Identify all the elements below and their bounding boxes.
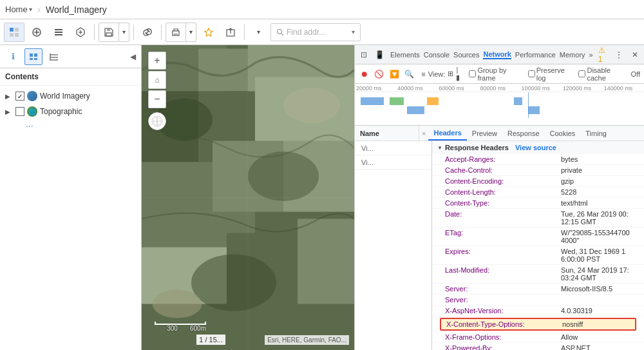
disable-cache-checkbox[interactable] (578, 70, 585, 77)
add-layer-button[interactable] (27, 23, 46, 41)
network-items-list: Vi... Vi... (355, 141, 432, 350)
tab-info[interactable]: ℹ (4, 48, 22, 65)
tl-bar-5 (514, 97, 522, 105)
home-label: Home (5, 5, 28, 14)
more-button[interactable]: ▾ (249, 23, 268, 41)
find-address-arrow: ▾ (352, 28, 355, 35)
header-row: Content-Length:5228 (432, 187, 644, 198)
devtools-warning-icon[interactable]: ⚠ 1 (598, 48, 609, 61)
tab-performance[interactable]: Performance (515, 51, 556, 59)
header-row: X-Powered-By:ASP.NET (432, 343, 644, 350)
svg-point-45 (283, 88, 340, 123)
cookies-tab[interactable]: Cookies (545, 126, 581, 141)
tab-contents[interactable] (24, 48, 43, 65)
triangle-icon: ▼ (437, 145, 442, 151)
header-value: Allow (561, 333, 631, 341)
home-extent-button[interactable]: ⌂ (148, 71, 166, 89)
zoom-in-button[interactable]: + (148, 52, 166, 70)
save-dropdown-button[interactable]: ▾ (118, 23, 129, 41)
svg-point-44 (191, 255, 276, 311)
layer-expand-icon[interactable]: ▶ (5, 93, 13, 100)
header-row: Content-Type:text/html (432, 198, 644, 209)
tl-label-40: 40000 ms (396, 85, 437, 92)
header-value: 4.0.30319 (561, 307, 631, 315)
view-bar-icon[interactable]: |▮ (456, 66, 460, 82)
layer-expand-icon-topo[interactable]: ▶ (5, 108, 13, 115)
tab-memory[interactable]: Memory (560, 51, 585, 59)
share-button[interactable] (221, 23, 240, 41)
collapse-panel-button[interactable]: ◀ (128, 48, 137, 65)
devtools-panel: ⊡ 📱 Elements Console Sources Network Per… (354, 45, 644, 350)
tab-table[interactable] (45, 48, 63, 65)
network-item-2[interactable]: Vi... (355, 155, 431, 170)
devtools-phone-icon[interactable]: 📱 (374, 48, 384, 61)
tab-network[interactable]: Network (483, 50, 511, 59)
devtools-more-icon[interactable]: ⋮ (614, 48, 624, 61)
tl-label-100: 100000 ms (520, 85, 562, 92)
toolbar-divider-2 (133, 24, 134, 40)
tab-sources[interactable]: Sources (453, 51, 479, 59)
view-controls: ≡ View: ⊞ |▮ (421, 66, 460, 82)
map-area[interactable]: + ⌂ − 300 600m Esri, HERE, Garmin, FAO..… (142, 45, 354, 350)
tab-more[interactable]: » (589, 51, 593, 59)
layer-checkbox-world[interactable]: ✓ (15, 92, 24, 101)
tab-elements[interactable]: Elements (390, 51, 420, 59)
layer-list-button[interactable] (49, 23, 68, 41)
header-row: X-Frame-Options:Allow (432, 332, 644, 343)
view-toggle-group (4, 23, 24, 42)
header-name: Date: (445, 210, 561, 226)
layer-item-topographic[interactable]: ▶ 🌐 Topographic (0, 104, 141, 119)
network-content: Vi... Vi... ▼ Response Headers View sour… (355, 141, 644, 350)
find-address-button[interactable]: Find addr... ▾ (270, 23, 361, 41)
filter-button[interactable]: 🔽 (389, 68, 400, 81)
svg-rect-1 (15, 28, 19, 32)
name-tab[interactable]: Name (355, 126, 419, 141)
clear-button[interactable]: 🚫 (374, 68, 384, 81)
network-item-1[interactable]: Vi... (355, 141, 431, 155)
scale-label-300: 300 (167, 325, 178, 332)
header-row: Expires:Wed, 31 Dec 1969 16:00:00 PST (432, 246, 644, 265)
map-view-button[interactable] (5, 23, 24, 41)
response-headers-title[interactable]: ▼ Response Headers View source (432, 141, 644, 154)
print-dropdown-button[interactable]: ▾ (185, 23, 196, 41)
svg-rect-41 (298, 219, 354, 304)
preview-tab[interactable]: Preview (467, 126, 502, 141)
header-name: X-Frame-Options: (445, 333, 561, 341)
view-source-link[interactable]: View source (515, 144, 556, 151)
svg-rect-0 (10, 28, 14, 32)
timeline-labels: 20000 ms 40000 ms 60000 ms 80000 ms 1000… (355, 84, 644, 92)
search-button[interactable]: 🔍 (404, 68, 415, 81)
preserve-log-checkbox[interactable] (528, 70, 535, 77)
header-name: X-Powered-By: (445, 344, 561, 350)
bookmark-button[interactable] (199, 23, 218, 41)
record-button[interactable]: ⏺ (359, 68, 370, 81)
devtools-cursor-icon[interactable]: ⊡ (359, 48, 369, 61)
headers-tab[interactable]: Headers (428, 126, 466, 141)
tl-label-140: 140000 ms (603, 85, 644, 92)
view-grid-icon[interactable]: ⊞ (448, 70, 453, 78)
timing-tab[interactable]: Timing (580, 126, 612, 141)
header-row: X-AspNet-Version:4.0.30319 (432, 306, 644, 316)
layer-item-world-imagery[interactable]: ▶ ✓ World Imagery (0, 88, 141, 104)
tl-bar-6 (528, 106, 540, 114)
preserve-log-label: Preserve log (536, 66, 570, 82)
compass-button[interactable] (148, 112, 166, 130)
zoom-out-button[interactable]: − (148, 90, 166, 108)
layer-checkbox-topo[interactable] (15, 107, 24, 116)
print-button[interactable] (166, 23, 185, 41)
link-button[interactable] (138, 23, 157, 41)
toolbar-divider-3 (161, 24, 162, 40)
map-background (142, 45, 354, 350)
item-1-label: Vi... (359, 143, 376, 153)
header-row: Cache-Control:private (432, 165, 644, 176)
close-tab-btn[interactable]: × (419, 130, 428, 137)
tab-console[interactable]: Console (424, 51, 450, 59)
home-button[interactable]: Home ▾ (5, 5, 32, 14)
save-button[interactable] (99, 23, 118, 41)
response-tab[interactable]: Response (502, 126, 545, 141)
add-data-button[interactable] (71, 23, 90, 41)
group-checkbox[interactable] (469, 70, 476, 77)
tl-label-120: 120000 ms (562, 85, 603, 92)
layer-more-options[interactable]: ··· (0, 119, 141, 132)
devtools-close-icon[interactable]: ✕ (630, 48, 640, 61)
